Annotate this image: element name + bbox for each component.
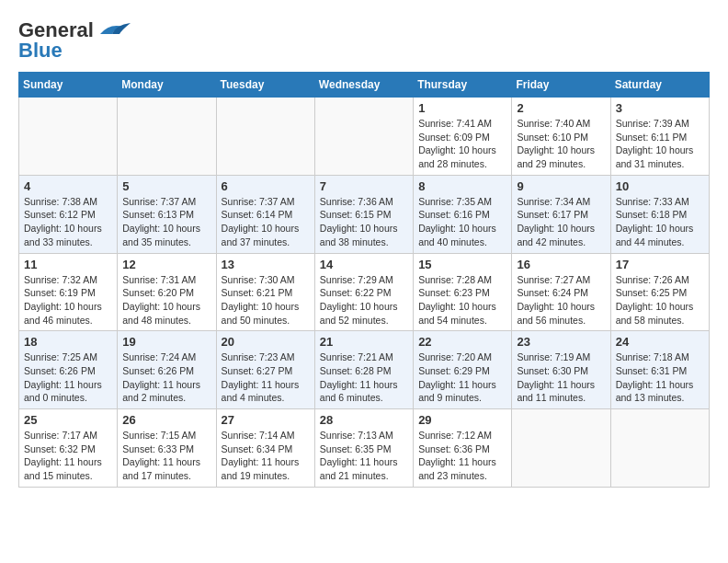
calendar-cell: 6Sunrise: 7:37 AM Sunset: 6:14 PM Daylig…: [216, 175, 314, 253]
calendar-cell: 17Sunrise: 7:26 AM Sunset: 6:25 PM Dayli…: [610, 253, 709, 331]
calendar-week-row: 11Sunrise: 7:32 AM Sunset: 6:19 PM Dayli…: [19, 253, 710, 331]
day-number: 5: [122, 179, 210, 193]
day-of-week-header: Tuesday: [216, 73, 314, 98]
calendar-cell: 23Sunrise: 7:19 AM Sunset: 6:30 PM Dayli…: [512, 331, 610, 409]
day-of-week-header: Friday: [512, 73, 610, 98]
day-info: Sunrise: 7:37 AM Sunset: 6:13 PM Dayligh…: [122, 195, 210, 249]
calendar-cell: 22Sunrise: 7:20 AM Sunset: 6:29 PM Dayli…: [414, 331, 512, 409]
day-info: Sunrise: 7:19 AM Sunset: 6:30 PM Dayligh…: [517, 350, 605, 405]
day-info: Sunrise: 7:28 AM Sunset: 6:23 PM Dayligh…: [418, 273, 506, 327]
day-number: 17: [616, 258, 704, 271]
day-info: Sunrise: 7:14 AM Sunset: 6:34 PM Dayligh…: [222, 429, 310, 483]
day-number: 27: [222, 413, 310, 427]
logo: General Blue: [18, 18, 132, 63]
day-number: 25: [24, 413, 112, 427]
day-number: 6: [222, 179, 310, 193]
day-number: 1: [418, 101, 506, 115]
day-of-week-header: Monday: [118, 73, 216, 98]
day-of-week-header: Thursday: [414, 73, 512, 98]
calendar-week-row: 18Sunrise: 7:25 AM Sunset: 6:26 PM Dayli…: [19, 331, 710, 409]
day-number: 15: [418, 258, 506, 271]
day-info: Sunrise: 7:18 AM Sunset: 6:31 PM Dayligh…: [616, 350, 704, 405]
day-number: 18: [24, 335, 112, 349]
day-number: 10: [616, 179, 704, 193]
page-header: General Blue: [18, 18, 710, 63]
calendar-cell: [610, 409, 709, 488]
calendar-cell: 7Sunrise: 7:36 AM Sunset: 6:15 PM Daylig…: [314, 175, 413, 253]
calendar-cell: 26Sunrise: 7:15 AM Sunset: 6:33 PM Dayli…: [118, 409, 216, 488]
calendar-table: SundayMondayTuesdayWednesdayThursdayFrid…: [18, 72, 710, 488]
day-info: Sunrise: 7:23 AM Sunset: 6:27 PM Dayligh…: [222, 350, 310, 405]
calendar-cell: [118, 98, 216, 176]
day-info: Sunrise: 7:36 AM Sunset: 6:15 PM Dayligh…: [320, 195, 408, 249]
calendar-week-row: 4Sunrise: 7:38 AM Sunset: 6:12 PM Daylig…: [19, 175, 710, 253]
day-number: 26: [122, 413, 210, 427]
calendar-cell: 8Sunrise: 7:35 AM Sunset: 6:16 PM Daylig…: [414, 175, 512, 253]
day-number: 2: [517, 101, 605, 115]
calendar-cell: 21Sunrise: 7:21 AM Sunset: 6:28 PM Dayli…: [314, 331, 413, 409]
calendar-cell: 3Sunrise: 7:39 AM Sunset: 6:11 PM Daylig…: [610, 98, 709, 176]
day-number: 13: [222, 258, 310, 271]
logo-bird-icon: [96, 21, 132, 38]
day-info: Sunrise: 7:39 AM Sunset: 6:11 PM Dayligh…: [616, 117, 704, 171]
day-info: Sunrise: 7:26 AM Sunset: 6:25 PM Dayligh…: [616, 273, 704, 327]
day-of-week-header: Wednesday: [314, 73, 413, 98]
day-info: Sunrise: 7:15 AM Sunset: 6:33 PM Dayligh…: [122, 429, 210, 483]
calendar-cell: 9Sunrise: 7:34 AM Sunset: 6:17 PM Daylig…: [512, 175, 610, 253]
day-number: 20: [222, 335, 310, 349]
day-number: 7: [320, 179, 408, 193]
calendar-cell: 4Sunrise: 7:38 AM Sunset: 6:12 PM Daylig…: [19, 175, 118, 253]
day-number: 29: [418, 413, 506, 427]
day-info: Sunrise: 7:37 AM Sunset: 6:14 PM Dayligh…: [222, 195, 310, 249]
calendar-cell: 25Sunrise: 7:17 AM Sunset: 6:32 PM Dayli…: [19, 409, 118, 488]
day-info: Sunrise: 7:20 AM Sunset: 6:29 PM Dayligh…: [418, 350, 506, 405]
day-number: 11: [24, 258, 112, 271]
day-info: Sunrise: 7:34 AM Sunset: 6:17 PM Dayligh…: [517, 195, 605, 249]
day-number: 9: [517, 179, 605, 193]
calendar-cell: 16Sunrise: 7:27 AM Sunset: 6:24 PM Dayli…: [512, 253, 610, 331]
day-info: Sunrise: 7:40 AM Sunset: 6:10 PM Dayligh…: [517, 117, 605, 171]
day-number: 21: [320, 335, 408, 349]
day-number: 8: [418, 179, 506, 193]
calendar-cell: 20Sunrise: 7:23 AM Sunset: 6:27 PM Dayli…: [216, 331, 314, 409]
calendar-body: 1Sunrise: 7:41 AM Sunset: 6:09 PM Daylig…: [19, 98, 710, 488]
day-info: Sunrise: 7:27 AM Sunset: 6:24 PM Dayligh…: [517, 273, 605, 327]
calendar-week-row: 25Sunrise: 7:17 AM Sunset: 6:32 PM Dayli…: [19, 409, 710, 488]
day-number: 16: [517, 258, 605, 271]
calendar-cell: 14Sunrise: 7:29 AM Sunset: 6:22 PM Dayli…: [314, 253, 413, 331]
day-info: Sunrise: 7:41 AM Sunset: 6:09 PM Dayligh…: [418, 117, 506, 171]
day-of-week-header: Saturday: [610, 73, 709, 98]
calendar-cell: 27Sunrise: 7:14 AM Sunset: 6:34 PM Dayli…: [216, 409, 314, 488]
calendar-cell: [512, 409, 610, 488]
calendar-cell: 19Sunrise: 7:24 AM Sunset: 6:26 PM Dayli…: [118, 331, 216, 409]
calendar-cell: 18Sunrise: 7:25 AM Sunset: 6:26 PM Dayli…: [19, 331, 118, 409]
day-info: Sunrise: 7:12 AM Sunset: 6:36 PM Dayligh…: [418, 429, 506, 483]
day-info: Sunrise: 7:30 AM Sunset: 6:21 PM Dayligh…: [222, 273, 310, 327]
day-number: 14: [320, 258, 408, 271]
day-number: 23: [517, 335, 605, 349]
calendar-cell: 24Sunrise: 7:18 AM Sunset: 6:31 PM Dayli…: [610, 331, 709, 409]
day-info: Sunrise: 7:38 AM Sunset: 6:12 PM Dayligh…: [24, 195, 112, 249]
day-info: Sunrise: 7:17 AM Sunset: 6:32 PM Dayligh…: [24, 429, 112, 483]
day-info: Sunrise: 7:33 AM Sunset: 6:18 PM Dayligh…: [616, 195, 704, 249]
day-number: 4: [24, 179, 112, 193]
day-number: 19: [122, 335, 210, 349]
calendar-cell: 10Sunrise: 7:33 AM Sunset: 6:18 PM Dayli…: [610, 175, 709, 253]
calendar-cell: 15Sunrise: 7:28 AM Sunset: 6:23 PM Dayli…: [414, 253, 512, 331]
logo-blue: Blue: [18, 39, 63, 63]
day-number: 28: [320, 413, 408, 427]
calendar-cell: [216, 98, 314, 176]
calendar-cell: 11Sunrise: 7:32 AM Sunset: 6:19 PM Dayli…: [19, 253, 118, 331]
calendar-cell: 1Sunrise: 7:41 AM Sunset: 6:09 PM Daylig…: [414, 98, 512, 176]
calendar-week-row: 1Sunrise: 7:41 AM Sunset: 6:09 PM Daylig…: [19, 98, 710, 176]
calendar-cell: 12Sunrise: 7:31 AM Sunset: 6:20 PM Dayli…: [118, 253, 216, 331]
day-number: 12: [122, 258, 210, 271]
day-number: 24: [616, 335, 704, 349]
day-info: Sunrise: 7:31 AM Sunset: 6:20 PM Dayligh…: [122, 273, 210, 327]
day-number: 3: [616, 101, 704, 115]
day-info: Sunrise: 7:35 AM Sunset: 6:16 PM Dayligh…: [418, 195, 506, 249]
day-of-week-header: Sunday: [19, 73, 118, 98]
calendar-cell: 28Sunrise: 7:13 AM Sunset: 6:35 PM Dayli…: [314, 409, 413, 488]
day-info: Sunrise: 7:32 AM Sunset: 6:19 PM Dayligh…: [24, 273, 112, 327]
calendar-cell: 29Sunrise: 7:12 AM Sunset: 6:36 PM Dayli…: [414, 409, 512, 488]
